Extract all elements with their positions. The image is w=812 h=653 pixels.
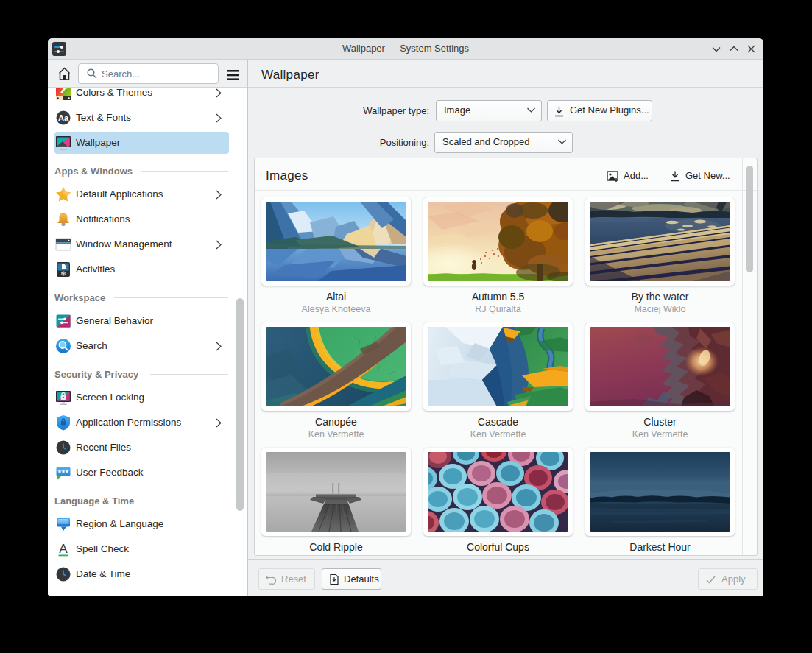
svg-text:Aa: Aa xyxy=(58,113,69,122)
svg-text:A: A xyxy=(59,542,68,556)
